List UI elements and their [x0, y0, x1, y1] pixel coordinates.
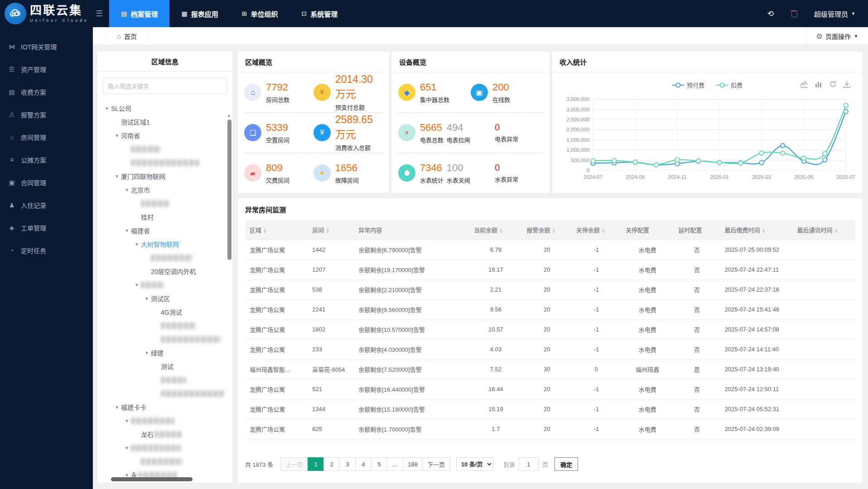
tree-expand-caret-icon[interactable]: ▼	[113, 174, 121, 179]
page-button-5[interactable]: 5	[371, 457, 387, 471]
sidebar-item-iot-gateway[interactable]: ⋈IOT网关管理	[0, 35, 93, 58]
trash-icon[interactable]	[791, 10, 797, 17]
next-page-button[interactable]: 下一页	[422, 457, 450, 471]
column-header-延时配置[interactable]: 延时配置	[674, 220, 720, 240]
column-header-最后缴费时间[interactable]: 最后缴费时间▲▼	[720, 220, 792, 240]
page-button-1[interactable]: 1	[308, 457, 324, 471]
user-menu[interactable]: 超级管理员 ▼	[814, 9, 855, 19]
tree-node[interactable]: ▼福建卡卡	[99, 400, 232, 414]
sort-icon[interactable]: ▲▼	[834, 228, 838, 234]
column-header-关停配置[interactable]: 关停配置	[621, 220, 674, 240]
tree-expand-caret-icon[interactable]: ▼	[143, 296, 151, 301]
tree-node[interactable]: ▼福建省	[99, 224, 232, 237]
page-button-188[interactable]: 188	[403, 457, 423, 471]
column-header-当前余额[interactable]: 当前余额▲▼	[469, 220, 522, 240]
tree-expand-caret-icon[interactable]: ▼	[133, 283, 141, 288]
goto-confirm-button[interactable]: 确定	[555, 457, 578, 471]
nav-item-report[interactable]: ▦报表应用	[169, 0, 230, 27]
legend-item-预付费[interactable]: 预付费	[672, 81, 704, 89]
sort-icon[interactable]: ▲▼	[263, 228, 267, 234]
nav-item-system[interactable]: ⊡系统管理	[289, 0, 349, 27]
tree-expand-caret-icon[interactable]: ▼	[123, 228, 131, 233]
page-actions-button[interactable]: ⊙ 页面操作 ▼	[806, 27, 868, 45]
sidebar-item-asset[interactable]: ☰资产管理	[0, 58, 93, 81]
tree-node[interactable]: ▼北京市	[99, 183, 232, 197]
tree-node[interactable]	[99, 482, 232, 483]
column-header-报警余额[interactable]: 报警余额▲▼	[522, 220, 572, 240]
tree-node[interactable]	[99, 142, 232, 156]
chart-refresh-icon[interactable]	[829, 81, 837, 88]
scroll-up-arrow-icon[interactable]: ▲	[227, 113, 231, 118]
tree-expand-caret-icon[interactable]: ▼	[123, 446, 131, 451]
sidebar-item-workorder[interactable]: ◈工单管理	[0, 216, 93, 239]
vertical-scrollbar[interactable]	[227, 120, 231, 260]
page-size-select[interactable]: 10 条/页	[456, 457, 493, 471]
tree-node[interactable]: 测试区域1	[99, 115, 232, 129]
tree-node[interactable]: ▼	[99, 441, 232, 455]
tree-node[interactable]: ▼SL公司	[99, 101, 232, 115]
column-header-关停余额[interactable]: 关停余额▲▼	[572, 220, 621, 240]
tree-node[interactable]	[99, 197, 232, 210]
sidebar-item-checkin[interactable]: ♟入住记录	[0, 194, 93, 216]
tree-node[interactable]: ▼厦门四联物联网	[99, 169, 232, 183]
sort-icon[interactable]: ▲▼	[602, 228, 605, 234]
page-button-3[interactable]: 3	[339, 457, 356, 471]
tree-expand-caret-icon[interactable]: ▼	[123, 187, 131, 192]
sort-icon[interactable]: ▲▼	[326, 228, 329, 234]
prev-page-button[interactable]: 上一页	[280, 457, 308, 471]
tree-node[interactable]	[99, 373, 232, 387]
tree-node[interactable]	[99, 156, 232, 169]
tree-filter-input[interactable]	[103, 78, 227, 94]
collapse-sidebar-icon[interactable]: ☰	[96, 9, 103, 19]
tree-expand-caret-icon[interactable]: ▼	[123, 418, 131, 423]
tree-node[interactable]: 4G测试	[99, 305, 232, 319]
tree-node[interactable]: ▼	[99, 278, 232, 292]
tree-node[interactable]: ▼河南省	[99, 129, 232, 142]
sidebar-item-room[interactable]: ⌂房间管理	[0, 126, 93, 149]
column-header-区域[interactable]: 区域▲▼	[245, 220, 308, 240]
tree-node[interactable]: 龙石	[99, 427, 232, 441]
nav-item-archive[interactable]: ▤档案管理	[109, 0, 169, 27]
sort-icon[interactable]: ▲▼	[552, 228, 556, 234]
tree-node[interactable]: 20层空调内外机	[99, 264, 232, 278]
page-button-4[interactable]: 4	[355, 457, 371, 471]
sort-icon[interactable]: ▲▼	[762, 228, 765, 234]
bar-chart-toggle-icon[interactable]	[815, 81, 823, 88]
tree-node[interactable]	[99, 319, 232, 332]
horizontal-scrollbar[interactable]	[111, 477, 193, 481]
column-header-房间[interactable]: 房间▲▼	[308, 220, 354, 240]
chart-download-icon[interactable]	[843, 81, 851, 88]
goto-page-input[interactable]	[519, 457, 539, 471]
tree-expand-caret-icon[interactable]: ▼	[103, 106, 111, 111]
tree-node[interactable]: ▼测试区	[99, 292, 232, 305]
sort-icon[interactable]: ▲▼	[499, 228, 503, 234]
tree-node[interactable]	[99, 387, 232, 400]
tree-expand-caret-icon[interactable]: ▼	[113, 133, 121, 138]
tree-node[interactable]: 桂村	[99, 210, 232, 224]
sidebar-item-alarm[interactable]: ⚠报警方案	[0, 103, 93, 126]
tree-node[interactable]: ▼绿建	[99, 346, 232, 360]
column-header-最后通讯时间[interactable]: 最后通讯时间▲▼	[793, 220, 855, 240]
sidebar-item-contract[interactable]: ▣合同管理	[0, 171, 93, 194]
legend-item-扣费[interactable]: 扣费	[716, 81, 743, 89]
tree-expand-caret-icon[interactable]: ▼	[113, 405, 121, 410]
sidebar-item-share[interactable]: ≡公摊方案	[0, 149, 93, 171]
page-ellipsis[interactable]: …	[387, 457, 403, 471]
refresh-icon[interactable]: ⟲	[767, 9, 774, 19]
tree-node[interactable]: 测试	[99, 360, 232, 373]
tab-home[interactable]: ⌂ 首页	[106, 27, 148, 45]
tree-node[interactable]	[99, 455, 232, 468]
sidebar-item-fee[interactable]: ▤收费方案	[0, 81, 93, 103]
tree-node[interactable]: ▼	[99, 414, 232, 427]
tree-node[interactable]	[99, 251, 232, 264]
tree-expand-caret-icon[interactable]: ▼	[123, 473, 131, 478]
tree-expand-caret-icon[interactable]: ▼	[143, 350, 151, 355]
nav-item-org[interactable]: ⊞单位组织	[230, 0, 290, 27]
column-header-异常内容[interactable]: 异常内容	[354, 220, 469, 240]
line-chart-toggle-icon[interactable]	[800, 81, 808, 88]
tree-node[interactable]: ▼大树智物联网	[99, 237, 232, 251]
sidebar-item-timer[interactable]: ◔定时任务	[0, 239, 93, 262]
tree-node[interactable]	[99, 332, 232, 346]
tree-expand-caret-icon[interactable]: ▼	[133, 242, 141, 247]
page-button-2[interactable]: 2	[323, 457, 340, 471]
